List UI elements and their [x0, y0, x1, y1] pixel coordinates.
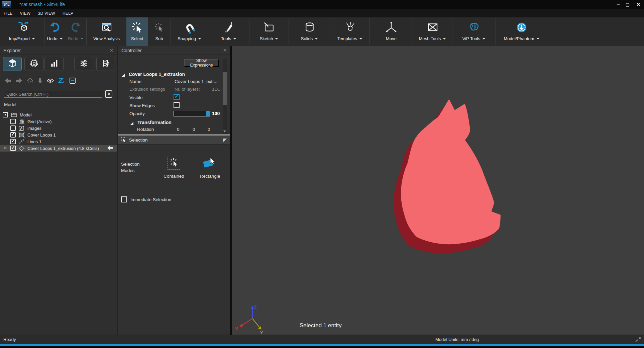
- controller-title-bar: Controller: [118, 46, 230, 55]
- scroll-to-icon[interactable]: [37, 77, 43, 84]
- opacity-slider[interactable]: [174, 111, 210, 116]
- dropdown-arrow-icon[interactable]: [359, 38, 362, 39]
- dropdown-arrow-icon[interactable]: [275, 38, 278, 39]
- show-edges-label: Show Edges: [129, 103, 155, 108]
- dropdown-arrow-icon[interactable]: [80, 38, 84, 39]
- toolbar-undo[interactable]: Undo: [44, 17, 65, 46]
- toolbar-move[interactable]: Move: [370, 17, 413, 46]
- show-expressions-button[interactable]: Show Expressions: [184, 59, 219, 67]
- z-order-icon[interactable]: [58, 77, 65, 84]
- collapse-triangle-icon[interactable]: [130, 122, 133, 125]
- rectangle-select-icon: [202, 157, 218, 170]
- scroll-down-arrow-icon[interactable]: [223, 130, 226, 133]
- toolbar-sketch[interactable]: Sketch: [249, 17, 289, 46]
- toolbar-templates[interactable]: Templates: [330, 17, 369, 46]
- dropdown-arrow-icon[interactable]: [233, 38, 236, 39]
- grid-icon: [18, 118, 25, 124]
- rotation-x-field[interactable]: 0: [177, 127, 180, 132]
- toolbar-view-analysis[interactable]: View Analysis: [87, 17, 126, 46]
- resize-grip-icon[interactable]: [635, 337, 641, 344]
- toolbar-snapping[interactable]: Snapping: [171, 17, 208, 46]
- toolbar-sub-select[interactable]: Sub: [148, 17, 171, 46]
- forward-icon[interactable]: [15, 78, 23, 84]
- dropdown-arrow-icon[interactable]: [443, 38, 446, 39]
- toolbar-solids[interactable]: Solids: [289, 17, 330, 46]
- toolbar-imp-export[interactable]: Imp/Export: [0, 17, 44, 46]
- tree-row-images[interactable]: images: [0, 125, 117, 132]
- checkbox-unchecked[interactable]: [10, 125, 16, 131]
- contained-mode-button[interactable]: [168, 157, 180, 170]
- dropdown-arrow-icon[interactable]: [536, 38, 540, 39]
- maximize-button[interactable]: [624, 1, 631, 8]
- rectangle-mode-button[interactable]: [202, 157, 218, 170]
- rotation-z-field[interactable]: 0: [208, 127, 210, 132]
- controller-title: Controller: [121, 48, 142, 53]
- visible-checkbox[interactable]: [174, 94, 180, 100]
- property-group-header[interactable]: Cover Loops 1_extrusion: [121, 72, 185, 77]
- checkbox-unchecked[interactable]: [10, 119, 16, 124]
- checkbox-checked[interactable]: [10, 139, 16, 144]
- expand-arrow-icon[interactable]: [4, 146, 7, 150]
- back-icon[interactable]: [4, 78, 12, 84]
- opacity-slider-handle[interactable]: [206, 111, 210, 116]
- checkbox-partial[interactable]: [3, 112, 8, 117]
- menu-file[interactable]: FILE: [0, 11, 16, 16]
- toolbar-tools[interactable]: Tools: [208, 17, 249, 46]
- quick-search-input[interactable]: [4, 91, 102, 98]
- tree-row-grid[interactable]: Grid (Active): [0, 118, 117, 125]
- transformation-group-header[interactable]: Transformation: [130, 120, 172, 125]
- name-value[interactable]: Cover Loops 1_extr...: [175, 79, 217, 84]
- tab-hierarchy[interactable]: [96, 57, 115, 71]
- locate-back-arrow-icon[interactable]: [107, 146, 113, 151]
- menu-3d-view[interactable]: 3D VIEW: [34, 11, 59, 16]
- tree-row-cover-loops[interactable]: Cover Loops 1: [0, 132, 117, 138]
- tab-model[interactable]: [3, 57, 22, 71]
- scrollbar-thumb[interactable]: [223, 72, 227, 105]
- dropdown-arrow-icon[interactable]: [32, 38, 35, 39]
- templates-icon: [344, 20, 356, 35]
- cat-model-front[interactable]: [401, 99, 501, 244]
- rotation-y-field[interactable]: 0: [193, 127, 195, 132]
- group-title: Cover Loops 1_extrusion: [129, 72, 185, 77]
- tree-row-extrusion[interactable]: Cover Loops 1_extrusion (4.8 kCells): [0, 145, 117, 152]
- tab-analysis[interactable]: [44, 57, 64, 71]
- axis-triad: Z X Y: [235, 304, 263, 335]
- toolbar-vip-tools[interactable]: ViP Tools: [452, 17, 496, 46]
- checkbox-checked[interactable]: [10, 132, 16, 138]
- toolbar-redo[interactable]: Redo: [65, 17, 86, 46]
- extrusion-settings-label: Extrusion settings: [129, 87, 165, 92]
- tab-simulation[interactable]: [24, 57, 43, 71]
- close-button[interactable]: [635, 1, 642, 8]
- collapse-triangle-icon[interactable]: [121, 74, 125, 77]
- home-icon[interactable]: [26, 77, 34, 84]
- menu-help[interactable]: HELP: [59, 11, 77, 16]
- controller-close-icon[interactable]: [223, 48, 227, 53]
- viewport-3d[interactable]: Z X Y Selected 1 entity: [232, 46, 644, 335]
- immediate-selection-checkbox[interactable]: [121, 196, 127, 202]
- dropdown-arrow-icon[interactable]: [198, 38, 201, 39]
- selection-section-header[interactable]: Selection: [118, 136, 230, 145]
- controller-scrollbar[interactable]: [223, 59, 227, 134]
- minimize-button[interactable]: [615, 1, 622, 8]
- collapse-all-icon[interactable]: [69, 77, 76, 84]
- dropdown-arrow-icon[interactable]: [482, 38, 486, 39]
- tree-label: Model: [20, 112, 31, 117]
- toolbar-label: Move: [386, 36, 397, 41]
- collapse-corner-icon[interactable]: [223, 139, 227, 142]
- visibility-eye-icon[interactable]: [46, 78, 54, 84]
- menu-view[interactable]: VIEW: [16, 11, 34, 16]
- brain-icon: [468, 20, 480, 35]
- tree-row-model[interactable]: Model: [0, 111, 117, 118]
- tree-row-lines[interactable]: Lines 1: [0, 138, 117, 145]
- move-icon: [385, 20, 398, 35]
- dropdown-arrow-icon[interactable]: [60, 38, 63, 39]
- checkbox-checked[interactable]: [10, 146, 16, 151]
- show-edges-checkbox[interactable]: [174, 102, 180, 108]
- explorer-close-icon[interactable]: [110, 48, 113, 53]
- tab-settings[interactable]: [74, 57, 93, 71]
- toolbar-model-phantom[interactable]: Model/Phantom: [496, 17, 547, 46]
- dropdown-arrow-icon[interactable]: [315, 38, 318, 39]
- toolbar-select[interactable]: Select: [126, 17, 148, 46]
- clear-search-icon[interactable]: [105, 90, 112, 98]
- toolbar-mesh-tools[interactable]: Mesh Tools: [413, 17, 452, 46]
